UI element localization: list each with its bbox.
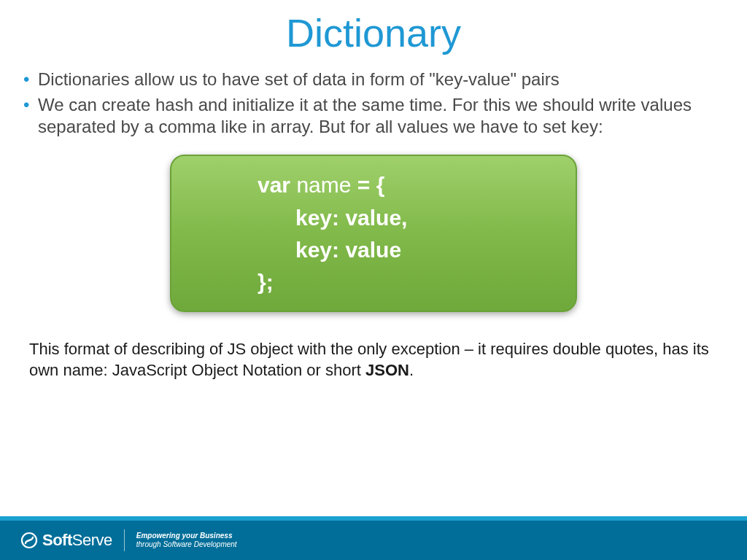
bullet-list: Dictionaries allow us to have set of dat… [0, 55, 747, 139]
tagline-line-2: through Software Development [136, 540, 237, 550]
code-line: key: value, [193, 202, 554, 234]
code-identifier: name [296, 173, 351, 197]
code-line: var name = { [193, 169, 554, 201]
footer-bar: SoftServe Empowering your Business throu… [0, 516, 747, 560]
tagline-line-1: Empowering your Business [136, 532, 237, 541]
brand-bold: Soft [42, 531, 72, 549]
code-keyword: var [258, 173, 296, 197]
code-line: key: value [193, 234, 554, 266]
code-text: = { [351, 173, 384, 197]
code-line: }; [193, 266, 554, 298]
bullet-item: Dictionaries allow us to have set of dat… [23, 69, 727, 91]
softserve-icon [20, 532, 38, 549]
footer-logo: SoftServe [0, 531, 112, 550]
divider [124, 529, 125, 551]
note-paragraph: This format of describing of JS object w… [0, 312, 747, 381]
slide-title: Dictionary [0, 0, 747, 55]
footer-tagline: Empowering your Business through Softwar… [136, 532, 237, 550]
slide: Dictionary Dictionaries allow us to have… [0, 0, 747, 560]
code-block: var name = { key: value, key: value }; [170, 155, 577, 312]
brand-name: SoftServe [42, 531, 112, 550]
brand-rest: Serve [72, 531, 112, 549]
bullet-item: We can create hash and initialize it at … [23, 94, 727, 139]
note-tail: . [409, 361, 414, 379]
note-bold: JSON [365, 361, 409, 379]
